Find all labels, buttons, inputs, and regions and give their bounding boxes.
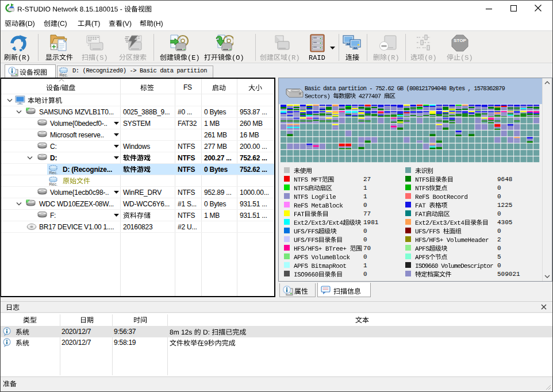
svg-text:Rec.: Rec. [49, 182, 57, 186]
svg-text:STOP: STOP [454, 38, 466, 43]
svg-text:Rec.: Rec. [60, 73, 68, 77]
svg-text:Rec.: Rec. [49, 171, 57, 175]
